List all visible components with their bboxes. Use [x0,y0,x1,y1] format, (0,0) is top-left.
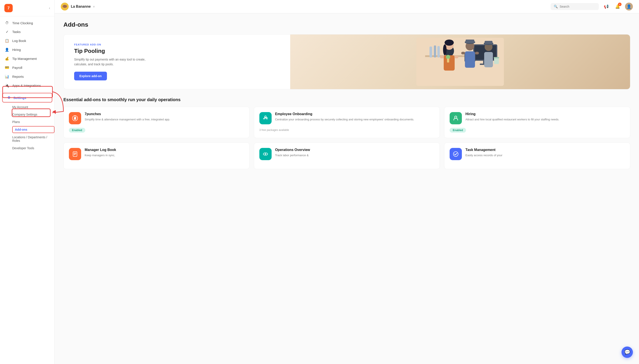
featured-illustration [290,34,630,89]
sidebar-item-plans[interactable]: Plans [12,118,55,126]
addon-status-badge: Enabled [69,128,85,132]
sidebar-item-my-account[interactable]: My Account [12,103,55,111]
announcements-icon: 📢 [604,4,609,9]
sidebar-item-company-settings[interactable]: Company Settings [12,111,55,118]
addon-icon-hiring [450,112,462,124]
sidebar-item-reports[interactable]: 📊 Reports [0,72,55,81]
company-logo-emoji: 🍩 [62,4,67,9]
addon-info-manager-log-book: Manager Log Book Keep managers in sync, [85,148,116,158]
featured-label: FEATURED ADD-ON [74,43,153,46]
addon-desc: Easily access records of your [465,153,502,158]
sidebar-item-settings[interactable]: ⚙ Settings [2,93,52,102]
addon-name: Hiring [465,112,559,116]
app-logo[interactable]: 7 [4,4,13,12]
addon-info-7punches: 7punches Simplify time & attendance mana… [85,112,170,122]
sidebar-item-developer-tools[interactable]: Developer Tools [12,144,55,152]
sidebar-item-tasks[interactable]: ✓ Tasks [0,27,55,36]
notification-badge: 1 [618,2,621,6]
company-logo[interactable]: 🍩 [61,2,69,10]
settings-section: ⚙ Settings My Account Company Settings P… [0,93,55,152]
company-chevron-icon[interactable]: ∨ [93,5,95,8]
addon-status-badge: Enabled [450,128,466,132]
sidebar-item-locations-depts-roles[interactable]: Locations / Departments / Roles [12,134,55,144]
header-right: 🔍 📢 🔔 1 👤 [551,2,633,10]
time-clocking-icon: ⏱ [5,21,9,25]
settings-sub-menu: My Account Company Settings Plans Add-on… [0,103,55,152]
addon-card-top: Manager Log Book Keep managers in sync, [69,148,244,160]
addon-card-hiring[interactable]: Hiring Attract and hire local qualified … [444,106,630,138]
svg-point-37 [455,116,457,118]
sidebar-item-payroll[interactable]: 💳 Payroll [0,63,55,72]
addon-desc: Attract and hire local qualified restaur… [465,117,559,122]
addon-desc: Simplify time & attendance management wi… [85,117,170,122]
svg-rect-23 [466,40,474,43]
svg-rect-3 [434,46,436,58]
header: 🍩 La Bananne ∨ 🔍 📢 🔔 1 👤 [55,0,639,13]
sidebar-item-label: Time Clocking [12,21,33,25]
sidebar-logo-area: 7 ‹ [0,0,55,16]
addon-desc: Keep managers in sync, [85,153,116,158]
addon-card-top: Task Management Easily access records of… [450,148,625,160]
chat-button[interactable]: 💬 [621,346,633,358]
svg-rect-24 [461,52,465,54]
svg-rect-35 [74,117,76,120]
addon-card-employee-onboarding[interactable]: Employee Onboarding Centralize your onbo… [254,106,440,138]
addon-info-hiring: Hiring Attract and hire local qualified … [465,112,559,122]
header-left: 🍩 La Bananne ∨ [61,2,95,10]
notifications-button[interactable]: 🔔 1 [614,2,621,10]
sidebar-item-label: Apps & Integrations [12,84,41,88]
svg-rect-17 [454,56,458,58]
sidebar: 7 ‹ ⏱ Time Clocking ✓ Tasks 📋 Log Book 👤… [0,0,55,364]
addon-name: 7punches [85,112,170,116]
hiring-icon: 👤 [5,48,9,52]
addon-card-task-management[interactable]: Task Management Easily access records of… [444,142,630,169]
main-container: 🍩 La Bananne ∨ 🔍 📢 🔔 1 👤 Add-ons [55,0,639,364]
sidebar-item-hiring[interactable]: 👤 Hiring [0,45,55,54]
apps-integrations-icon: 🔌 [5,84,9,88]
page-title: Add-ons [63,21,630,28]
tip-management-icon: 💰 [5,56,9,61]
svg-rect-27 [484,52,493,67]
user-avatar[interactable]: 👤 [625,2,633,10]
sidebar-item-log-book[interactable]: 📋 Log Book [0,36,55,45]
addon-icon-operations-overview [259,148,272,160]
search-bar[interactable]: 🔍 [551,3,599,10]
sidebar-collapse-button[interactable]: ‹ [49,6,50,10]
svg-point-14 [443,44,447,55]
search-input[interactable] [560,5,596,8]
addon-name: Employee Onboarding [275,112,414,116]
chat-icon: 💬 [624,349,630,355]
svg-rect-2 [430,46,432,58]
addon-card-7punches[interactable]: 7punches Simplify time & attendance mana… [63,106,249,138]
addon-card-top: Employee Onboarding Centralize your onbo… [259,112,435,124]
addon-card-top: Operations Overview Track labor performa… [259,148,435,160]
sidebar-item-apps-integrations[interactable]: 🔌 Apps & Integrations [0,81,55,90]
addon-card-operations-overview[interactable]: Operations Overview Track labor performa… [254,142,440,169]
avatar-image: 👤 [626,4,631,9]
company-name: La Bananne [71,4,91,8]
sidebar-item-tip-management[interactable]: 💰 Tip Management [0,54,55,63]
reports-icon: 📊 [5,74,9,79]
svg-rect-21 [465,51,475,68]
featured-title: Tip Pooling [74,48,153,54]
addon-card-manager-log-book[interactable]: Manager Log Book Keep managers in sync, [63,142,249,169]
svg-rect-29 [485,41,492,44]
sidebar-item-label: Reports [12,75,24,78]
addon-icon-manager-log-book [69,148,81,160]
featured-description: Simplify tip out payments with an easy t… [74,57,153,67]
settings-icon: ⚙ [8,96,10,100]
explore-addon-button[interactable]: Explore add-on [74,72,107,80]
payroll-icon: 💳 [5,66,9,70]
nav-divider [0,91,55,92]
sidebar-item-time-clocking[interactable]: ⏱ Time Clocking [0,18,55,27]
sidebar-navigation: ⏱ Time Clocking ✓ Tasks 📋 Log Book 👤 Hir… [0,16,55,364]
announcements-button[interactable]: 📢 [602,2,610,10]
svg-point-45 [453,152,458,156]
addon-name: Manager Log Book [85,148,116,152]
settings-label: Settings [13,96,26,100]
sidebar-item-add-ons[interactable]: Add-ons [12,126,55,133]
addon-desc: Centralize your onboarding process by se… [275,117,414,122]
addon-info-employee-onboarding: Employee Onboarding Centralize your onbo… [275,112,414,122]
addon-icon-task-management [450,148,462,160]
addon-card-top: Hiring Attract and hire local qualified … [450,112,625,124]
